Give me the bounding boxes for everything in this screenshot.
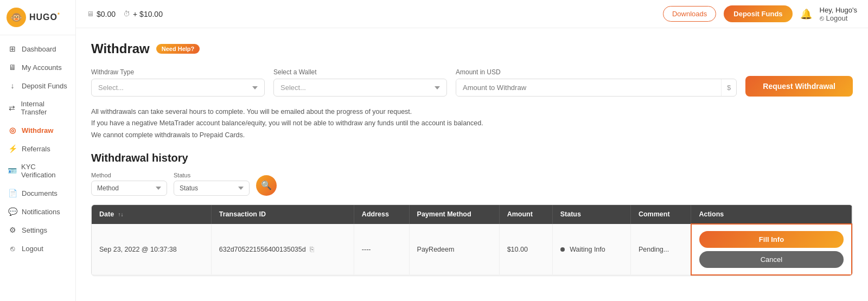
filter-status-label: Status bbox=[174, 172, 250, 178]
amount-input-wrap: $ bbox=[456, 79, 737, 97]
balance-display: 🖥 $0.00 ⏱ + $10.00 bbox=[87, 10, 163, 18]
withdraw-form: Withdraw Type Select... Select a Wallet … bbox=[91, 68, 853, 97]
sidebar-item-deposit-funds[interactable]: ↓ Deposit Funds bbox=[0, 76, 75, 95]
search-icon: 🔍 bbox=[261, 180, 272, 190]
sidebar-label-settings: Settings bbox=[22, 226, 47, 234]
sidebar-item-documents[interactable]: 📄 Documents bbox=[0, 184, 75, 202]
sort-icon[interactable]: ↑↓ bbox=[118, 212, 124, 217]
need-help-badge[interactable]: Need Help? bbox=[156, 44, 200, 54]
filter-method-label: Method bbox=[91, 172, 167, 178]
info-line-2: If you have a negative MetaTrader accoun… bbox=[91, 118, 853, 129]
main-balance: 🖥 $0.00 bbox=[87, 10, 116, 18]
sidebar-item-dashboard[interactable]: ⊞ Dashboard bbox=[0, 40, 75, 58]
status-dot bbox=[560, 247, 565, 252]
grid-icon: ⊞ bbox=[8, 44, 17, 53]
th-payment-method: Payment Method bbox=[409, 205, 499, 224]
th-status: Status bbox=[552, 205, 630, 224]
cell-actions: Fill Info Cancel bbox=[691, 224, 852, 275]
document-icon: 📄 bbox=[8, 189, 17, 197]
sidebar-label-documents: Documents bbox=[22, 189, 58, 197]
amount-input[interactable] bbox=[456, 79, 721, 96]
transfer-icon: ⇄ bbox=[8, 104, 16, 112]
monitor-balance-icon: 🖥 bbox=[87, 10, 94, 18]
withdraw-type-select[interactable]: Select... bbox=[91, 79, 265, 97]
info-line-1: All withdrawals can take several hours t… bbox=[91, 106, 853, 118]
filter-status-select[interactable]: Status bbox=[174, 181, 250, 196]
deposit-icon: ↓ bbox=[8, 81, 17, 90]
th-date: Date ↑↓ bbox=[92, 205, 211, 224]
referrals-icon: ⚡ bbox=[8, 144, 17, 153]
logo-icon: 🐵 bbox=[7, 8, 26, 27]
cell-status: Waiting Info bbox=[552, 224, 630, 275]
search-button[interactable]: 🔍 bbox=[256, 175, 277, 196]
sidebar-label-withdraw: Withdraw bbox=[22, 126, 53, 135]
request-withdrawal-button[interactable]: Request Withdrawal bbox=[745, 76, 853, 97]
cell-amount: $10.00 bbox=[499, 224, 552, 275]
sidebar-item-withdraw[interactable]: ◎ Withdraw bbox=[0, 121, 75, 139]
cell-date: Sep 23, 2022 @ 10:37:38 bbox=[92, 224, 211, 275]
table-row: Sep 23, 2022 @ 10:37:38 632d705221556400… bbox=[92, 224, 852, 275]
sidebar-item-referrals[interactable]: ⚡ Referrals bbox=[0, 139, 75, 158]
th-amount: Amount bbox=[499, 205, 552, 224]
cancel-button[interactable]: Cancel bbox=[699, 251, 844, 268]
bell-icon[interactable]: 🔔 bbox=[800, 8, 812, 20]
withdraw-type-label: Withdraw Type bbox=[91, 68, 265, 76]
content-area: Withdraw Need Help? Withdraw Type Select… bbox=[76, 28, 868, 301]
clock-icon: ⏱ bbox=[123, 10, 130, 18]
th-address: Address bbox=[354, 205, 409, 224]
sidebar-item-internal-transfer[interactable]: ⇄ Internal Transfer bbox=[0, 95, 75, 121]
filter-status-group: Status Status bbox=[174, 172, 250, 196]
cell-address: ---- bbox=[354, 224, 409, 275]
page-title: Withdraw bbox=[91, 41, 150, 56]
sidebar-label-logout: Logout bbox=[22, 245, 43, 253]
wallet-select[interactable]: Select... bbox=[273, 79, 447, 97]
th-comment: Comment bbox=[630, 205, 691, 224]
user-info: Hey, Hugo's ⎋ Logout bbox=[820, 6, 857, 22]
filter-method-select[interactable]: Method bbox=[91, 181, 167, 196]
logo: 🐵 HUGO* bbox=[0, 0, 75, 35]
sidebar-label-referrals: Referrals bbox=[22, 145, 50, 153]
withdraw-type-group: Withdraw Type Select... bbox=[91, 68, 265, 97]
sidebar: 🐵 HUGO* ⊞ Dashboard 🖥 My Accounts ↓ Depo… bbox=[0, 0, 76, 301]
actions-cell: Fill Info Cancel bbox=[699, 231, 844, 268]
th-actions: Actions bbox=[691, 205, 852, 224]
deposit-funds-button[interactable]: Deposit Funds bbox=[724, 5, 792, 22]
downloads-button[interactable]: Downloads bbox=[663, 6, 716, 22]
logo-text: HUGO* bbox=[29, 12, 60, 22]
status-text: Waiting Info bbox=[570, 246, 605, 253]
logout-link[interactable]: ⎋ Logout bbox=[820, 14, 857, 22]
sidebar-label-kyc: KYC Verification bbox=[21, 163, 68, 179]
amount-label: Amount in USD bbox=[456, 68, 737, 76]
th-transaction-id: Transaction ID bbox=[211, 205, 354, 224]
chat-icon: 💬 bbox=[8, 207, 17, 216]
fill-info-button[interactable]: Fill Info bbox=[699, 231, 844, 248]
filter-method-group: Method Method bbox=[91, 172, 167, 196]
pending-balance: ⏱ + $10.00 bbox=[123, 10, 163, 18]
main-area: 🖥 $0.00 ⏱ + $10.00 Downloads Deposit Fun… bbox=[76, 0, 868, 301]
currency-symbol: $ bbox=[721, 79, 736, 96]
withdraw-icon: ◎ bbox=[8, 126, 17, 135]
history-title: Withdrawal history bbox=[91, 152, 853, 164]
monitor-icon: 🖥 bbox=[8, 63, 17, 72]
filter-row: Method Method Status Status 🔍 bbox=[91, 172, 853, 196]
kyc-icon: 🪪 bbox=[8, 166, 17, 175]
sidebar-item-logout[interactable]: ⎋ Logout bbox=[0, 239, 75, 258]
sidebar-item-kyc[interactable]: 🪪 KYC Verification bbox=[0, 158, 75, 184]
sidebar-nav: ⊞ Dashboard 🖥 My Accounts ↓ Deposit Fund… bbox=[0, 35, 75, 301]
logout-icon: ⎋ bbox=[8, 244, 17, 253]
settings-icon: ⚙ bbox=[8, 226, 17, 234]
topbar-right: Downloads Deposit Funds 🔔 Hey, Hugo's ⎋ … bbox=[663, 5, 857, 22]
sidebar-label-dashboard: Dashboard bbox=[22, 45, 56, 53]
topbar: 🖥 $0.00 ⏱ + $10.00 Downloads Deposit Fun… bbox=[76, 0, 868, 28]
sidebar-item-my-accounts[interactable]: 🖥 My Accounts bbox=[0, 58, 75, 76]
table: Date ↑↓ Transaction ID Address Payment M… bbox=[92, 205, 852, 276]
wallet-group: Select a Wallet Select... bbox=[273, 68, 447, 97]
table-header-row: Date ↑↓ Transaction ID Address Payment M… bbox=[92, 205, 852, 224]
withdrawal-table: Date ↑↓ Transaction ID Address Payment M… bbox=[91, 204, 853, 276]
table-body: Sep 23, 2022 @ 10:37:38 632d705221556400… bbox=[92, 224, 852, 275]
cell-transaction-id: 632d705221556400135035d ⎘ bbox=[211, 224, 354, 275]
sidebar-item-settings[interactable]: ⚙ Settings bbox=[0, 221, 75, 239]
copy-icon[interactable]: ⎘ bbox=[310, 246, 314, 253]
wallet-label: Select a Wallet bbox=[273, 68, 447, 76]
sidebar-item-notifications[interactable]: 💬 Notifications bbox=[0, 202, 75, 221]
